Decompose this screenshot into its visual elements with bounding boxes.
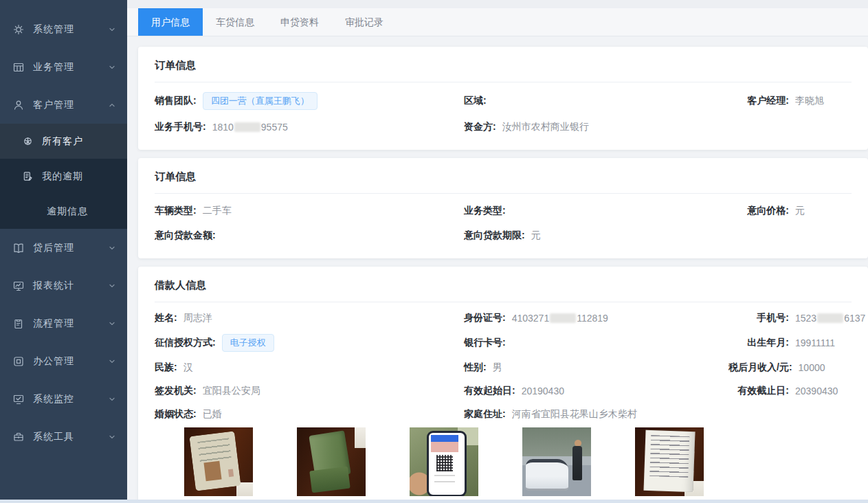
field-label: 销售团队:: [155, 95, 197, 107]
sidebar-item-label: 系统工具: [33, 431, 108, 443]
tab-car-loan-info[interactable]: 车贷信息: [203, 8, 267, 36]
chevron-down-icon: [108, 395, 116, 403]
sidebar-item-label: 业务管理: [33, 61, 108, 74]
tab-approval-records[interactable]: 审批记录: [332, 8, 397, 36]
field-label: 区域:: [464, 95, 487, 107]
credit-auth-tag[interactable]: 电子授权: [222, 334, 274, 352]
field-value: 李晓旭: [795, 95, 824, 107]
photo-bankbook: 银行卡照片: [297, 427, 366, 503]
borrower-info-card: 借款人信息 姓名: 周志洋 身份证号: 4103271112819 手机号: 1…: [138, 267, 868, 503]
field-label: 征信授权方式:: [155, 337, 216, 349]
field-business-type: 业务类型:: [464, 203, 728, 219]
chevron-down-icon: [108, 320, 116, 328]
field-label: 银行卡号:: [464, 337, 506, 349]
top-strip: [127, 0, 868, 8]
field-ethnicity: 民族: 汉: [155, 360, 464, 375]
field-value: 4103271112819: [512, 313, 608, 324]
sidebar: 系统管理 业务管理 客户管理 所有客户: [0, 0, 127, 503]
chart-monitor-icon: [13, 280, 24, 291]
field-credit-auth: 征信授权方式: 电子授权: [155, 334, 464, 352]
tab-loan-application-docs[interactable]: 申贷资料: [267, 8, 332, 36]
field-intent-price: 意向价格: 元: [728, 203, 852, 219]
sidebar-item-customer-management[interactable]: 客户管理: [0, 86, 127, 124]
card-title: 订单信息: [155, 170, 852, 194]
mobile-prefix: 1523: [795, 313, 816, 324]
field-label: 签发机关:: [155, 385, 197, 397]
sidebar-item-all-customers[interactable]: 所有客户: [0, 124, 127, 159]
field-label: 意向贷款金额:: [155, 230, 216, 242]
phone-qr-photo-thumbnail[interactable]: [410, 427, 478, 496]
field-valid-from: 有效起始日: 20190430: [464, 383, 728, 399]
sidebar-item-post-loan-management[interactable]: 贷后管理: [0, 229, 127, 267]
phone-prefix: 1810: [212, 122, 234, 133]
field-label: 性别:: [464, 361, 487, 374]
field-label: 车辆类型:: [155, 205, 197, 217]
sidebar-item-label: 所有客户: [42, 135, 83, 148]
monitor-check-icon: [13, 394, 24, 405]
field-monthly-income: 税后月收入/元: 10000: [728, 360, 865, 375]
field-value: 汝州市农村商业银行: [502, 121, 589, 133]
sidebar-item-business-management[interactable]: 业务管理: [0, 48, 127, 86]
order-info-card: 订单信息 销售团队: 四团一营（直属王鹏飞） 区域: 客户经理: 李晓旭 业务手…: [138, 47, 868, 150]
id-prefix: 4103271: [512, 313, 550, 324]
field-value: 男: [493, 361, 502, 374]
field-value: 汉: [183, 361, 193, 374]
field-value: 河南省宜阳县花果山乡木柴村: [512, 408, 637, 421]
sidebar-item-office-management[interactable]: 办公管理: [0, 342, 127, 380]
chevron-down-icon: [108, 282, 116, 290]
bankbook-photo-thumbnail[interactable]: [297, 427, 366, 496]
photo-person-car: 人车照: [522, 427, 591, 503]
document-photo-thumbnail[interactable]: [635, 427, 704, 496]
sidebar-item-system-tools[interactable]: 系统工具: [0, 418, 127, 456]
field-empty: [728, 228, 852, 243]
field-value: 20390430: [795, 385, 838, 396]
mobile-suffix: 6137: [844, 313, 865, 324]
sidebar-item-label: 逾期信息: [47, 205, 88, 218]
sidebar-item-my-overdue[interactable]: 我的逾期: [0, 159, 127, 194]
chevron-down-icon: [108, 63, 116, 71]
field-loan-term: 意向贷款期限: 元: [464, 228, 728, 243]
grid-icon: [13, 62, 24, 73]
sidebar-item-system-management[interactable]: 系统管理: [0, 10, 127, 48]
sidebar-item-label: 办公管理: [33, 355, 108, 368]
field-home-address: 家庭住址: 河南省宜阳县花果山乡木柴村: [464, 407, 728, 422]
toolbox-icon: [13, 432, 24, 443]
field-empty: [728, 120, 852, 135]
field-label: 出生年月:: [728, 337, 789, 349]
horizontal-scrollbar[interactable]: [0, 500, 868, 503]
field-label: 身份证号:: [464, 312, 506, 324]
photo-id-card: 本人照: [184, 427, 253, 503]
card-title: 订单信息: [155, 59, 852, 82]
chevron-down-icon: [108, 244, 116, 252]
field-label: 婚姻状态:: [155, 408, 197, 421]
field-funder: 资金方: 汝州市农村商业银行: [464, 120, 728, 135]
field-grid: 销售团队: 四团一营（直属王鹏飞） 区域: 客户经理: 李晓旭 业务手机号: 1…: [155, 82, 852, 135]
sidebar-item-label: 报表统计: [33, 280, 108, 292]
sidebar-item-overdue-info[interactable]: 逾期信息: [0, 194, 127, 229]
sidebar-item-process-management[interactable]: 流程管理: [0, 304, 127, 342]
sidebar-item-label: 我的逾期: [42, 170, 83, 183]
field-id-number: 身份证号: 4103271112819: [464, 311, 728, 326]
chevron-down-icon: [108, 25, 116, 34]
book-icon: [13, 243, 24, 254]
photo-row: 本人照 银行卡照片 征信授权 人车照 材料照片: [184, 427, 852, 503]
chevron-down-icon: [108, 433, 116, 441]
field-loan-amount: 意向贷款金额:: [155, 228, 464, 243]
tab-user-info[interactable]: 用户信息: [138, 8, 203, 36]
field-gender: 性别: 男: [464, 360, 728, 375]
wheel-icon: [23, 136, 33, 146]
field-marital-status: 婚姻状态: 已婚: [155, 407, 464, 422]
sidebar-item-system-monitor[interactable]: 系统监控: [0, 380, 127, 418]
id-card-photo-thumbnail[interactable]: [184, 427, 253, 496]
field-business-phone: 业务手机号: 181095575: [155, 120, 464, 135]
chevron-up-icon: [108, 101, 116, 109]
sidebar-item-label: 系统监控: [33, 393, 108, 405]
sidebar-item-report-statistics[interactable]: 报表统计: [0, 267, 127, 304]
field-value: 二手车: [203, 205, 232, 217]
sales-team-tag[interactable]: 四团一营（直属王鹏飞）: [203, 92, 318, 110]
card-title: 借款人信息: [155, 279, 852, 302]
field-value: 已婚: [203, 408, 222, 421]
field-value: 周志洋: [183, 312, 212, 324]
field-value: 元: [531, 230, 541, 242]
person-car-photo-thumbnail[interactable]: [522, 427, 591, 496]
